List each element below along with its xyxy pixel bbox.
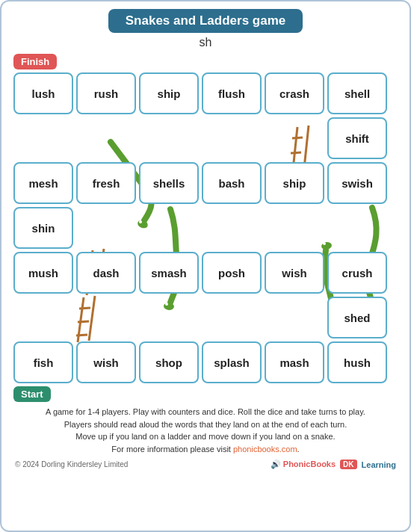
cell-splash: splash [202, 341, 262, 383]
footer-logos: 🔊 PhonicBooks DK Learning [271, 460, 396, 469]
copyright: © 2024 Dorling Kindersley Limited [15, 460, 128, 468]
cell-mesh: mesh [13, 162, 73, 204]
cell-empty [139, 117, 199, 159]
cell-mash: mash [265, 341, 324, 383]
cell-hush: hush [327, 341, 387, 383]
cell-ship2: ship [265, 162, 324, 204]
instructions: A game for 1-4 players. Play with counte… [12, 406, 399, 455]
cell-shed: shed [327, 297, 387, 338]
title: Snakes and Ladders game [108, 9, 303, 33]
cell-shift: shift [327, 117, 387, 159]
cell-empty [202, 117, 262, 159]
dk-logo: DK [340, 460, 356, 469]
cell-shop: shop [139, 341, 199, 383]
finish-label: Finish [13, 54, 57, 69]
cell-empty [76, 207, 136, 249]
cell-empty [202, 297, 262, 338]
page: Snakes and Ladders game sh Finish [0, 0, 411, 532]
cell-shell: shell [327, 72, 387, 114]
cell-empty [76, 117, 136, 159]
cell-shells: shells [139, 162, 199, 204]
phonic-logo: 🔊 PhonicBooks [271, 460, 336, 469]
cell-empty [13, 297, 73, 338]
cell-empty [265, 207, 324, 249]
cell-lush: lush [13, 72, 73, 114]
cell-fresh: fresh [76, 162, 136, 204]
cell-empty [13, 117, 73, 159]
cell-wish1: wish [265, 252, 324, 294]
cell-rush: rush [76, 72, 136, 114]
cell-fish: fish [13, 341, 73, 383]
cell-smash: smash [139, 252, 199, 294]
cell-wish2: wish [76, 341, 136, 383]
learning-text: Learning [362, 460, 396, 469]
phonicbooks-link[interactable]: phonicbooks.com [233, 445, 297, 454]
cell-empty [265, 117, 324, 159]
cell-swish: swish [327, 162, 387, 204]
board-area: lush rush ship flush crash shell shift m… [13, 72, 398, 383]
subtitle: sh [12, 36, 399, 49]
cell-posh: posh [202, 252, 262, 294]
cell-shin: shin [13, 207, 73, 249]
cell-empty [327, 207, 387, 249]
start-label: Start [13, 386, 51, 402]
cell-mush: mush [13, 252, 73, 294]
cell-dash: dash [76, 252, 136, 294]
cell-bash: bash [202, 162, 262, 204]
cell-empty [139, 207, 199, 249]
cell-empty [76, 297, 136, 338]
cell-ship1: ship [139, 72, 199, 114]
cell-flush: flush [202, 72, 262, 114]
cell-empty [202, 207, 262, 249]
cell-empty [139, 297, 199, 338]
cell-crash: crash [265, 72, 324, 114]
cell-empty [265, 297, 324, 338]
footer: © 2024 Dorling Kindersley Limited 🔊 Phon… [12, 460, 399, 469]
cell-crush: crush [327, 252, 387, 294]
